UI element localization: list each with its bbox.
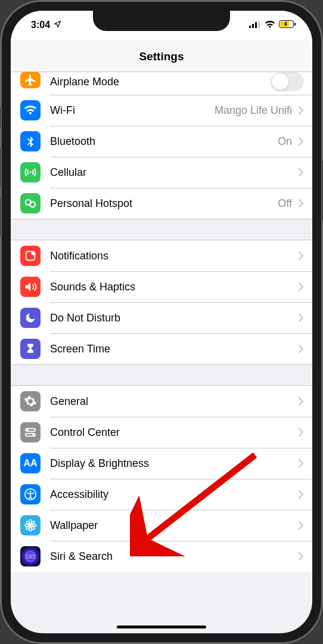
phone-frame: 3:04 Settings Airplane Mod [0, 0, 323, 644]
group-notifications: NotificationsSounds & HapticsDo Not Dist… [11, 240, 312, 364]
home-indicator[interactable] [117, 626, 206, 628]
row-hotspot[interactable]: Personal HotspotOff [11, 188, 312, 219]
volume-down-button [0, 197, 1, 236]
cellular-icon [20, 162, 41, 182]
battery-icon [279, 20, 296, 30]
row-accessibility[interactable]: Accessibility [11, 479, 312, 510]
wifi-status-icon [265, 20, 275, 30]
row-label: Cellular [50, 166, 292, 179]
row-label: Bluetooth [50, 135, 273, 148]
row-label: Personal Hotspot [50, 197, 273, 210]
airplane-switch[interactable] [271, 72, 304, 91]
row-display[interactable]: AADisplay & Brightness [11, 448, 312, 479]
nav-header: Settings [11, 39, 312, 72]
bluetooth-icon [20, 131, 41, 151]
svg-point-7 [30, 172, 32, 174]
row-label: Control Center [50, 426, 292, 439]
row-bluetooth[interactable]: BluetoothOn [11, 126, 312, 157]
svg-rect-3 [258, 21, 260, 28]
row-label: Display & Brightness [50, 457, 292, 470]
row-label: Wallpaper [50, 519, 292, 532]
aa-icon: AA [20, 453, 41, 473]
svg-rect-2 [255, 22, 257, 28]
group-general-settings: GeneralControl CenterAADisplay & Brightn… [11, 386, 312, 572]
svg-point-18 [29, 524, 32, 527]
row-label: Do Not Disturb [50, 312, 292, 324]
page-title: Settings [11, 50, 312, 63]
gear-icon [20, 391, 41, 411]
group-connectivity: Airplane ModeWi-FiMango Life UnifiBlueto… [11, 72, 312, 219]
svg-point-13 [27, 429, 29, 431]
silence-switch [0, 107, 1, 128]
chevron-right-icon [298, 521, 304, 530]
row-label: Airplane Mode [50, 76, 271, 88]
chevron-right-icon [298, 199, 304, 208]
chevron-right-icon [298, 428, 304, 437]
notch [93, 11, 230, 31]
row-label: General [50, 395, 292, 408]
airplane-icon [20, 72, 41, 88]
row-label: Accessibility [50, 488, 292, 501]
row-airplane[interactable]: Airplane Mode [11, 72, 312, 95]
svg-point-21 [24, 524, 28, 527]
row-label: Siri & Search [50, 550, 292, 563]
row-value: On [278, 135, 292, 148]
chevron-right-icon [298, 313, 304, 323]
section-gap [11, 364, 312, 386]
svg-point-22 [32, 524, 36, 527]
svg-point-19 [29, 519, 32, 523]
svg-point-15 [32, 434, 34, 435]
switches-icon [20, 422, 41, 442]
svg-rect-1 [252, 24, 254, 28]
row-sounds[interactable]: Sounds & Haptics [11, 271, 312, 302]
row-dnd[interactable]: Do Not Disturb [11, 302, 312, 333]
accessibility-icon [20, 484, 41, 504]
wifi-icon [20, 100, 41, 120]
siri-icon [20, 546, 41, 566]
row-general[interactable]: General [11, 386, 312, 417]
svg-rect-6 [294, 23, 296, 26]
row-controlcenter[interactable]: Control Center [11, 417, 312, 448]
chevron-right-icon [298, 459, 304, 468]
chevron-right-icon [298, 282, 304, 292]
moon-icon [20, 308, 41, 328]
row-wallpaper[interactable]: Wallpaper [11, 510, 312, 541]
row-label: Wi-Fi [50, 104, 210, 117]
chevron-right-icon [298, 397, 304, 406]
row-label: Notifications [50, 250, 292, 262]
chevron-right-icon [298, 344, 304, 354]
status-time: 3:04 [31, 20, 50, 30]
row-siri[interactable]: Siri & Search [11, 541, 312, 572]
row-value: Mango Life Unifi [215, 104, 292, 117]
svg-point-20 [29, 527, 32, 531]
row-label: Screen Time [50, 343, 292, 355]
sounds-icon [20, 277, 41, 297]
notifications-icon [20, 246, 41, 266]
row-value: Off [278, 197, 292, 210]
row-cellular[interactable]: Cellular [11, 157, 312, 188]
row-notifications[interactable]: Notifications [11, 240, 312, 271]
hourglass-icon [20, 339, 41, 359]
chevron-right-icon [298, 490, 304, 499]
chevron-right-icon [298, 552, 304, 561]
chevron-right-icon [298, 251, 304, 261]
location-icon [54, 20, 61, 30]
chevron-right-icon [298, 168, 304, 177]
svg-point-11 [31, 251, 35, 255]
svg-rect-0 [249, 26, 251, 28]
volume-up-button [0, 148, 1, 187]
chevron-right-icon [298, 137, 304, 146]
row-screentime[interactable]: Screen Time [11, 333, 312, 364]
settings-list[interactable]: Airplane ModeWi-FiMango Life UnifiBlueto… [11, 72, 312, 572]
cell-signal-icon [249, 20, 261, 30]
row-wifi[interactable]: Wi-FiMango Life Unifi [11, 95, 312, 126]
svg-point-17 [29, 491, 31, 493]
screen: 3:04 Settings Airplane Mod [11, 11, 312, 633]
row-label: Sounds & Haptics [50, 281, 292, 293]
hotspot-icon [20, 193, 41, 213]
flower-icon [20, 515, 41, 535]
chevron-right-icon [298, 106, 304, 115]
section-gap [11, 219, 312, 240]
